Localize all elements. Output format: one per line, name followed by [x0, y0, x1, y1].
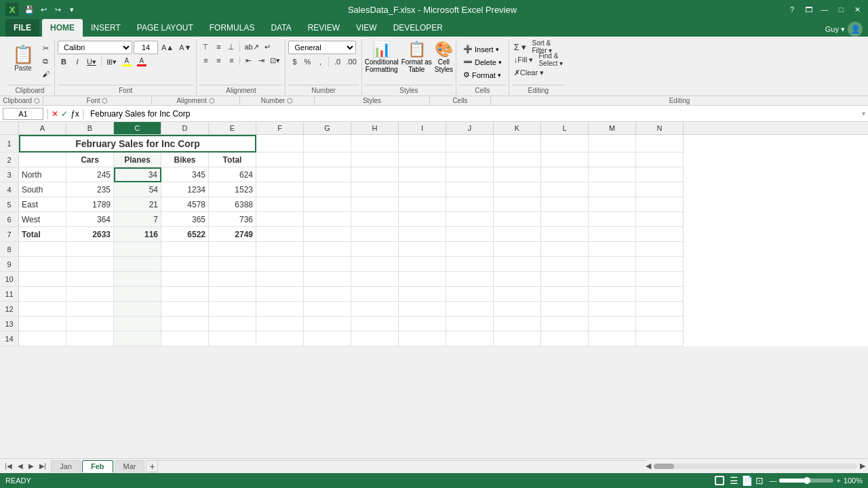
cell-N8[interactable]	[636, 242, 684, 257]
cell-A6[interactable]: West	[19, 212, 66, 227]
cancel-formula-button[interactable]: ✕	[52, 109, 58, 119]
decrease-decimal-button[interactable]: .00	[344, 56, 358, 68]
cell-H12[interactable]	[351, 302, 399, 317]
cell-I6[interactable]	[399, 212, 446, 227]
cell-A2[interactable]	[19, 152, 66, 167]
col-header-j[interactable]: J	[446, 122, 494, 134]
cell-N11[interactable]	[636, 287, 684, 302]
borders-button[interactable]: ⊞▾	[104, 56, 119, 68]
cell-I10[interactable]	[399, 272, 446, 287]
cell-A5[interactable]: East	[19, 197, 66, 212]
cell-E3[interactable]: 624	[209, 167, 256, 182]
cell-I12[interactable]	[399, 302, 446, 317]
cell-M4[interactable]	[589, 182, 636, 197]
tab-data[interactable]: DATA	[262, 19, 299, 37]
cell-F1[interactable]	[256, 135, 304, 152]
cell-D10[interactable]	[161, 272, 209, 287]
cell-L4[interactable]	[541, 182, 589, 197]
cell-E11[interactable]	[209, 287, 256, 302]
cell-G8[interactable]	[304, 242, 351, 257]
cell-M8[interactable]	[589, 242, 636, 257]
user-account[interactable]: Guy ▾ 👤	[825, 22, 863, 37]
save-qat-button[interactable]: 💾	[23, 3, 35, 16]
font-color-button[interactable]: A	[135, 56, 149, 68]
insert-cells-button[interactable]: ➕ Insert ▾	[459, 43, 503, 56]
cell-N9[interactable]	[636, 257, 684, 272]
underline-button[interactable]: U▾	[85, 56, 98, 68]
undo-button[interactable]: ↩	[37, 3, 50, 16]
cell-J2[interactable]	[446, 152, 494, 167]
cell-B4[interactable]: 235	[66, 182, 114, 197]
wrap-text-button[interactable]: ↵	[262, 41, 274, 53]
cell-A13[interactable]	[19, 317, 66, 331]
format-cells-button[interactable]: ⚙ Format ▾	[459, 69, 505, 81]
cell-H3[interactable]	[351, 167, 399, 182]
cell-J5[interactable]	[446, 197, 494, 212]
close-button[interactable]: ✕	[852, 4, 863, 15]
cell-K12[interactable]	[494, 302, 541, 317]
clear-button[interactable]: ✗Clear ▾	[512, 66, 546, 79]
cell-I4[interactable]	[399, 182, 446, 197]
orientation-button[interactable]: ab↗	[242, 41, 260, 53]
increase-decimal-button[interactable]: .0	[331, 56, 343, 68]
cell-C7[interactable]: 116	[114, 227, 161, 242]
format-as-table-button[interactable]: 📋 Format asTable	[401, 41, 432, 73]
cell-N2[interactable]	[636, 152, 684, 167]
cell-M10[interactable]	[589, 272, 636, 287]
top-align-button[interactable]: ⊤	[199, 41, 212, 53]
align-right-button[interactable]: ≡	[225, 54, 237, 66]
conditional-formatting-button[interactable]: 📊 ConditionalFormatting	[365, 41, 399, 73]
formula-expand-button[interactable]: ▾	[862, 110, 865, 117]
cell-F5[interactable]	[256, 197, 304, 212]
cell-B14[interactable]	[66, 331, 114, 346]
cell-I13[interactable]	[399, 317, 446, 331]
cell-A1[interactable]: February Sales for Inc Corp	[19, 135, 256, 152]
decrease-indent-button[interactable]: ⇤	[242, 54, 254, 66]
cell-G5[interactable]	[304, 197, 351, 212]
currency-button[interactable]: $	[288, 56, 300, 68]
cell-L13[interactable]	[541, 317, 589, 331]
cell-B10[interactable]	[66, 272, 114, 287]
row-number-11[interactable]: 11	[0, 287, 19, 302]
cell-B11[interactable]	[66, 287, 114, 302]
cell-E8[interactable]	[209, 242, 256, 257]
cell-C9[interactable]	[114, 257, 161, 272]
cell-C4[interactable]: 54	[114, 182, 161, 197]
cell-E13[interactable]	[209, 317, 256, 331]
row-number-13[interactable]: 13	[0, 317, 19, 331]
cell-L2[interactable]	[541, 152, 589, 167]
cell-B7[interactable]: 2633	[66, 227, 114, 242]
cell-C13[interactable]	[114, 317, 161, 331]
cell-C2[interactable]: Planes	[114, 152, 161, 167]
cell-K9[interactable]	[494, 257, 541, 272]
cell-L8[interactable]	[541, 242, 589, 257]
cell-I7[interactable]	[399, 227, 446, 242]
maximize-button[interactable]: □	[835, 4, 846, 15]
cell-F3[interactable]	[256, 167, 304, 182]
cell-M12[interactable]	[589, 302, 636, 317]
tab-view[interactable]: VIEW	[348, 19, 385, 37]
col-header-a[interactable]: A	[19, 122, 66, 134]
col-header-e[interactable]: E	[209, 122, 256, 134]
cell-N1[interactable]	[636, 135, 684, 152]
cell-M14[interactable]	[589, 331, 636, 346]
cell-G7[interactable]	[304, 227, 351, 242]
font-size-input[interactable]	[134, 41, 158, 54]
cell-L1[interactable]	[541, 135, 589, 152]
merge-center-button[interactable]: ⊡▾	[268, 54, 282, 66]
autosum-button[interactable]: Σ ▾	[512, 41, 529, 53]
row-number-5[interactable]: 5	[0, 197, 19, 212]
cell-K7[interactable]	[494, 227, 541, 242]
cell-K14[interactable]	[494, 331, 541, 346]
cell-G12[interactable]	[304, 302, 351, 317]
italic-button[interactable]: I	[71, 56, 83, 68]
cell-M13[interactable]	[589, 317, 636, 331]
cell-C5[interactable]: 21	[114, 197, 161, 212]
cell-H6[interactable]	[351, 212, 399, 227]
cell-A7[interactable]: Total	[19, 227, 66, 242]
cell-A14[interactable]	[19, 331, 66, 346]
cell-H10[interactable]	[351, 272, 399, 287]
cell-M9[interactable]	[589, 257, 636, 272]
customize-qat-button[interactable]: ▾	[66, 3, 78, 16]
cell-M3[interactable]	[589, 167, 636, 182]
